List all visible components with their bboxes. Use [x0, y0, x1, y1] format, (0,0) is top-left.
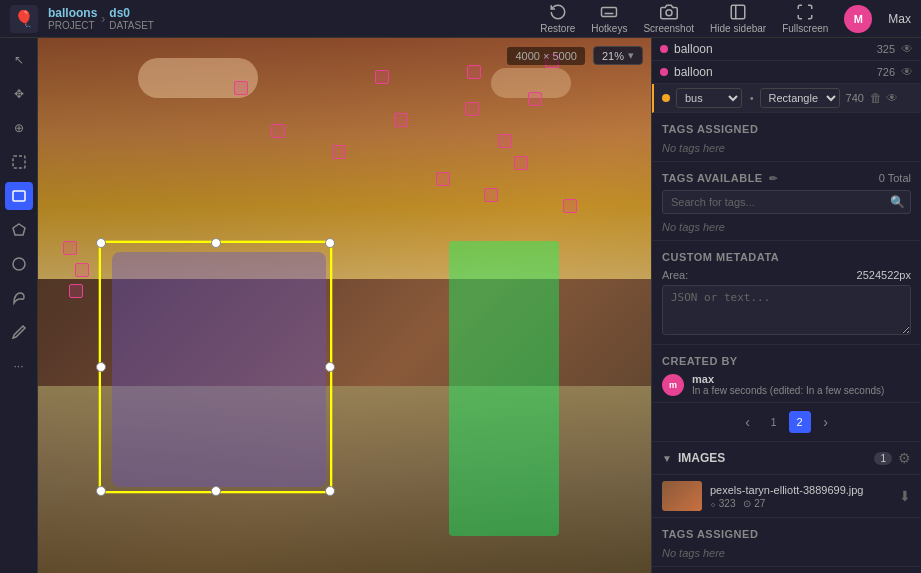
- annotation-count: 325: [877, 43, 895, 55]
- svg-rect-0: [602, 8, 617, 17]
- images-section-header[interactable]: ▼ IMAGES 1 ⚙: [652, 442, 921, 475]
- tags-available-section: TAGS AVAILABLE ✏ 0 Total 🔍 No tags here: [652, 162, 921, 241]
- annotation-delete-btn[interactable]: 🗑: [870, 91, 882, 105]
- svg-point-1: [666, 10, 672, 16]
- images-label: IMAGES: [678, 451, 869, 465]
- polygon-tool[interactable]: [5, 216, 33, 244]
- image-filename: pexels-taryn-elliott-3889699.jpg: [710, 484, 891, 496]
- image-no-tags: No tags here: [662, 547, 725, 559]
- annotation-dot: [660, 45, 668, 53]
- edit-tags-icon[interactable]: ✏: [769, 173, 778, 184]
- annotation-hide-btn[interactable]: 👁: [901, 65, 913, 79]
- annotation-label: balloon: [674, 42, 871, 56]
- dataset-link[interactable]: ds0: [109, 6, 130, 20]
- person-annotation: [449, 241, 559, 535]
- image-download-btn[interactable]: ⬇: [899, 488, 911, 504]
- annotation-hide-btn[interactable]: 👁: [901, 42, 913, 56]
- creator-avatar: m: [662, 374, 684, 396]
- more-tools[interactable]: ···: [5, 352, 33, 380]
- annotation-item-balloon-1[interactable]: balloon 325 👁: [652, 38, 921, 61]
- svg-marker-6: [13, 224, 25, 235]
- image-meta: ⬦ 323 ⊙ 27: [710, 498, 891, 509]
- annotation-count-meta: ⬦ 323: [710, 498, 735, 509]
- pagination: ‹ 1 2 ›: [652, 403, 921, 442]
- creator-info: max In a few seconds (edited: In a few s…: [692, 373, 884, 396]
- pagination-next[interactable]: ›: [815, 411, 837, 433]
- metadata-textarea[interactable]: [662, 285, 911, 335]
- image-thumbnail: [662, 481, 702, 511]
- pagination-page-2[interactable]: 2: [789, 411, 811, 433]
- user-avatar[interactable]: M: [844, 5, 872, 33]
- svg-rect-2: [731, 5, 745, 19]
- zoom-control[interactable]: 21% ▾: [593, 46, 643, 65]
- pagination-prev[interactable]: ‹: [737, 411, 759, 433]
- annotation-dot: [662, 94, 670, 102]
- rectangle-tool[interactable]: [5, 182, 33, 210]
- annotation-label: balloon: [674, 65, 871, 79]
- svg-rect-4: [13, 156, 25, 168]
- select-region-tool[interactable]: [5, 148, 33, 176]
- area-key: Area:: [662, 269, 688, 281]
- search-icon: 🔍: [890, 195, 905, 209]
- annotation-count: 726: [877, 66, 895, 78]
- custom-metadata-label: CUSTOM METADATA: [662, 251, 911, 263]
- annotation-shape-select[interactable]: Rectangle Polygon: [760, 88, 840, 108]
- screenshot-button[interactable]: Screenshot: [643, 3, 694, 34]
- svg-rect-5: [13, 191, 25, 201]
- canvas-area[interactable]: 4000 × 5000 21% ▾: [38, 38, 651, 573]
- annotation-item-balloon-2[interactable]: balloon 726 👁: [652, 61, 921, 84]
- images-count-badge: 1: [874, 452, 892, 465]
- created-by-row: m max In a few seconds (edited: In a few…: [662, 373, 911, 396]
- left-toolbar: ↖ ✥ ⊕ ···: [0, 38, 38, 573]
- tags-search-input[interactable]: [662, 190, 911, 214]
- object-count-meta: ⊙ 27: [743, 498, 765, 509]
- creator-time: In a few seconds (edited: In a few secon…: [692, 385, 884, 396]
- images-collapse-icon: ▼: [662, 453, 672, 464]
- no-tags-available-text: No tags here: [662, 221, 725, 233]
- no-tags-text: No tags here: [662, 142, 725, 154]
- tags-count: 0 Total: [879, 172, 911, 184]
- svg-point-7: [13, 258, 25, 270]
- canvas-image: [38, 38, 651, 573]
- project-link[interactable]: balloons: [48, 6, 97, 20]
- creator-name: max: [692, 373, 884, 385]
- area-value: 2524522px: [857, 269, 911, 281]
- tags-available-label: TAGS AVAILABLE ✏ 0 Total: [662, 172, 911, 184]
- fullscreen-button[interactable]: Fullscreen: [782, 3, 828, 34]
- topbar-actions: Restore Hotkeys Screenshot Hide sidebar …: [540, 3, 911, 34]
- brush-tool[interactable]: [5, 284, 33, 312]
- canvas-size-label: 4000 × 5000: [507, 47, 584, 65]
- pagination-page-1[interactable]: 1: [763, 411, 785, 433]
- main-layout: ↖ ✥ ⊕ ··· 4000 × 5000 21% ▾: [0, 38, 921, 573]
- breadcrumb: balloons PROJECT › ds0 DATASET: [48, 6, 154, 31]
- pointer-tool[interactable]: ✥: [5, 80, 33, 108]
- image-item[interactable]: pexels-taryn-elliott-3889699.jpg ⬦ 323 ⊙…: [652, 475, 921, 518]
- image-tags-assigned-label: TAGS ASSIGNED: [662, 528, 911, 540]
- area-row: Area: 2524522px: [662, 269, 911, 281]
- hide-sidebar-button[interactable]: Hide sidebar: [710, 3, 766, 34]
- canvas-toolbar: 4000 × 5000 21% ▾: [507, 46, 643, 65]
- cursor-tool[interactable]: ↖: [5, 46, 33, 74]
- app-logo: 🎈: [10, 5, 38, 33]
- bounding-box[interactable]: [99, 241, 332, 492]
- custom-metadata-section: CUSTOM METADATA Area: 2524522px: [652, 241, 921, 345]
- image-tags-assigned-section: TAGS ASSIGNED No tags here: [652, 518, 921, 567]
- annotation-class-select[interactable]: bus balloon: [676, 88, 742, 108]
- tags-assigned-section: TAGS ASSIGNED No tags here: [652, 113, 921, 162]
- right-panel: balloon 325 👁 balloon 726 👁 bus balloon …: [651, 38, 921, 573]
- annotation-hide-btn[interactable]: 👁: [886, 91, 898, 105]
- annotation-item-bus[interactable]: bus balloon • Rectangle Polygon 740 🗑 👁: [652, 84, 921, 113]
- annotation-dot: [660, 68, 668, 76]
- created-by-label: CREATED BY: [662, 355, 911, 367]
- hotkeys-button[interactable]: Hotkeys: [591, 3, 627, 34]
- circle-tool[interactable]: [5, 250, 33, 278]
- restore-button[interactable]: Restore: [540, 3, 575, 34]
- username-label: Max: [888, 12, 911, 26]
- image-info: pexels-taryn-elliott-3889699.jpg ⬦ 323 ⊙…: [710, 484, 891, 509]
- image-tags-available-section: TAGS AVAILABLE ✏ 0 Total 🔍 No tags here: [652, 567, 921, 573]
- tags-search-wrap: 🔍: [662, 190, 911, 214]
- images-filter-icon[interactable]: ⚙: [898, 450, 911, 466]
- move-tool[interactable]: ⊕: [5, 114, 33, 142]
- tags-assigned-label: TAGS ASSIGNED: [662, 123, 911, 135]
- pen-tool[interactable]: [5, 318, 33, 346]
